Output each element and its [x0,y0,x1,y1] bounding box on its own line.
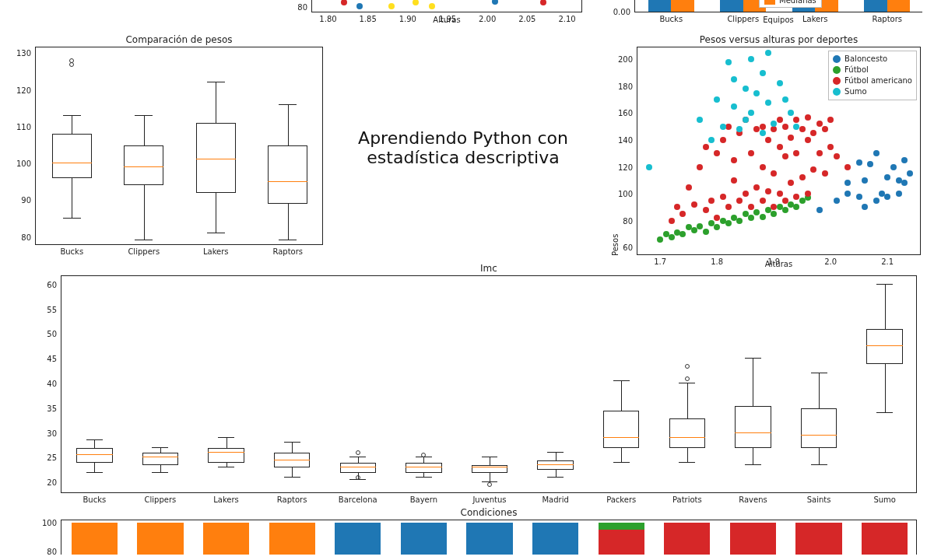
chart-title: Pesos versus alturas por deportes [637,34,921,45]
chart-boxplot-imc: Imc202530354045505560BucksClippersLakers… [61,274,917,493]
axis-label-x: Alturas [311,16,582,24]
legend: BaloncestoFútbolFútbol americanoSumo [828,51,917,100]
chart-title: Imc [61,263,917,274]
page-title: Aprendiendo Python con estadística descr… [335,128,592,167]
chart-scatter-sports: Pesos versus alturas por deportes1.71.81… [637,47,921,264]
chart-title: Comparación de pesos [35,34,323,45]
page-title-line1: Aprendiendo Python con [358,128,568,148]
axis-label-x: Equipos [634,16,922,24]
page-title-line2: estadística descriptiva [367,148,559,167]
chart-boxplot-pesos: Comparación de pesos8090100110120130Buck… [35,47,323,245]
chart-top-bar: BucksClippersLakersRaptors0.00MedianasEq… [634,0,922,12]
chart-bar-condiciones: Condiciones80100 [61,518,917,555]
chart-title: Condiciones [61,507,917,518]
axis-label-y: Pesos [611,47,620,256]
chart-top-scatter: 1.801.851.901.952.002.052.1080Alturas [311,0,582,12]
